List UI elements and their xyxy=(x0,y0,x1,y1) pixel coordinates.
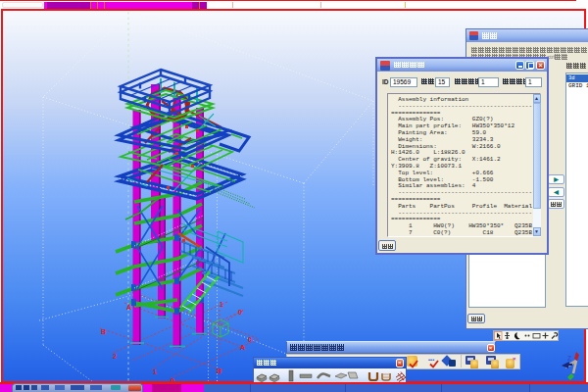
svg-text:1: 1 xyxy=(153,368,157,375)
svg-text:Z: Z xyxy=(567,355,571,362)
svg-text:A: A xyxy=(240,344,245,351)
svg-text:0: 0 xyxy=(238,309,242,316)
svg-text:A: A xyxy=(126,304,131,311)
svg-text:1: 1 xyxy=(220,301,223,308)
svg-text:0: 0 xyxy=(171,377,174,381)
svg-text:B: B xyxy=(101,328,106,335)
svg-text:B: B xyxy=(217,368,221,374)
svg-text:0: 0 xyxy=(248,336,252,343)
svg-text:2: 2 xyxy=(113,353,117,360)
